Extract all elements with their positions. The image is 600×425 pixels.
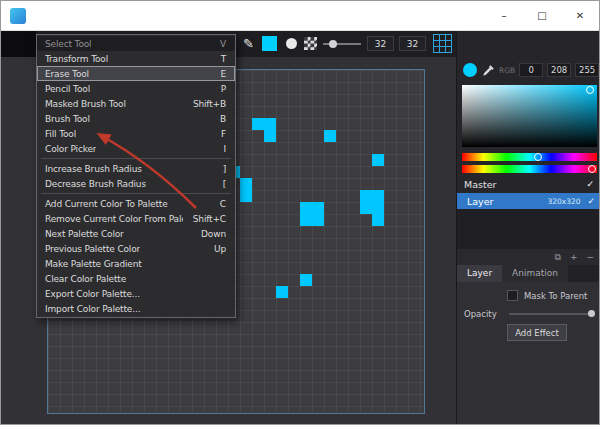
hue-marker[interactable] [534,153,542,161]
minimize-button[interactable]: – [485,1,523,30]
menu-item-pencil-tool[interactable]: Pencil ToolP [37,81,235,96]
menu-item-erase-tool[interactable]: Erase ToolE [37,66,235,81]
pixel-block [252,118,276,130]
window-controls: – □ ✕ [485,1,599,30]
menu-item-fill-tool[interactable]: Fill ToolF [37,126,235,141]
layer-row[interactable]: Layer320x320✓ [457,193,600,209]
brush-width-input[interactable] [367,36,394,51]
menu-item-export-color-palette[interactable]: Export Color Palette... [37,286,235,301]
menu-item-next-palette-color[interactable]: Next Palette ColorDown [37,226,235,241]
brush-tool-icon[interactable]: ✎ [243,35,254,52]
menu-item-shortcut: Shift+B [193,99,226,109]
menu-item-remove-current-color-from-palette[interactable]: Remove Current Color From PaletteShift+C [37,211,235,226]
menu-item-previous-palette-color[interactable]: Previous Palette ColorUp [37,241,235,256]
pixel-block [360,190,384,214]
menu-item-shortcut: F [221,129,226,139]
menu-item-shortcut: T [221,54,226,64]
tool-menu: Select ToolVTransform ToolTErase ToolEPe… [36,34,236,318]
hue-slider[interactable] [462,153,597,161]
pixel-block [372,214,384,226]
brush-size-slider[interactable] [323,43,361,45]
menu-item-color-picker[interactable]: Color PickerI [37,141,235,156]
menu-separator [41,193,231,194]
saturation-value-picker[interactable] [462,85,597,147]
layer-actions: ⧉ + − [457,249,600,265]
menu-item-make-palette-gradient[interactable]: Make Palette Gradient [37,256,235,271]
menu-item-label: Brush Tool [45,114,90,124]
menu-item-shortcut: [ [223,179,226,189]
master-layer-row[interactable]: Master ✓ [464,177,594,191]
opacity-slider-handle[interactable] [588,310,595,317]
menu-item-label: Select Tool [45,39,91,49]
menu-item-label: Next Palette Color [45,229,124,239]
menu-item-transform-tool[interactable]: Transform ToolT [37,51,235,66]
pixel-block [324,130,336,142]
panel-tabs: LayerAnimation [457,265,600,282]
saturation-value-marker[interactable] [586,86,594,94]
brush-shape-circle-icon[interactable] [286,38,297,49]
menu-item-label: Color Picker [45,144,96,154]
eyedropper-icon[interactable] [481,63,495,77]
menu-item-select-tool[interactable]: Select ToolV [37,36,235,51]
menu-item-label: Increase Brush Radius [45,164,142,174]
menu-item-label: Import Color Palette... [45,304,140,314]
menu-item-import-color-palette[interactable]: Import Color Palette... [37,301,235,316]
tab-layer[interactable]: Layer [457,265,502,282]
color-row: RGB [463,62,597,78]
pixel-block [372,154,384,166]
properties-panel: Mask To Parent Opacity Add Effect [457,282,600,425]
menu-item-clear-color-palette[interactable]: Clear Color Palette [37,271,235,286]
mask-to-parent-label: Mask To Parent [524,291,587,301]
menu-item-add-current-color-to-palette[interactable]: Add Current Color To PaletteC [37,196,235,211]
duplicate-layer-icon[interactable]: ⧉ [554,249,560,265]
menu-item-decrease-brush-radius[interactable]: Decrease Brush Radius[ [37,176,235,191]
menu-item-increase-brush-radius[interactable]: Increase Brush Radius] [37,161,235,176]
master-visibility-check-icon[interactable]: ✓ [586,179,594,189]
current-color-circle[interactable] [463,63,477,77]
menu-item-label: Masked Brush Tool [45,99,126,109]
titlebar: – □ ✕ [1,1,599,31]
menu-item-label: Remove Current Color From Palette [45,214,183,224]
menu-item-label: Export Color Palette... [45,289,140,299]
add-effect-button[interactable]: Add Effect [507,324,567,341]
menu-item-label: Previous Palette Color [45,244,140,254]
layer-visibility-check-icon[interactable]: ✓ [587,196,595,206]
dither-pattern-icon[interactable] [304,37,317,50]
grid-toggle-button[interactable] [433,34,452,53]
layer-list: Layer320x320✓ [457,193,600,249]
pixel-block [264,130,276,142]
pixel-block [300,202,324,226]
app-window: – □ ✕ ✎ Select ToolVTransform ToolTErase… [0,0,600,425]
palette-gradient-marker[interactable] [588,165,596,173]
brush-size-slider-handle[interactable] [329,40,337,48]
blue-value-input[interactable] [575,63,599,77]
menu-item-label: Make Palette Gradient [45,259,142,269]
menu-item-label: Decrease Brush Radius [45,179,146,189]
menu-item-label: Fill Tool [45,129,76,139]
palette-gradient-bar[interactable] [462,165,597,173]
add-layer-icon[interactable]: + [570,249,578,265]
menu-item-label: Clear Color Palette [45,274,126,284]
menu-item-label: Add Current Color To Palette [45,199,168,209]
menu-item-label: Erase Tool [45,69,89,79]
menu-item-shortcut: P [221,84,226,94]
rgb-label: RGB [499,66,515,75]
pixel-block [240,178,252,202]
menu-button[interactable] [1,31,36,57]
menu-item-masked-brush-tool[interactable]: Masked Brush ToolShift+B [37,96,235,111]
remove-layer-icon[interactable]: − [586,249,594,265]
current-color-swatch[interactable] [262,36,277,51]
menu-item-shortcut: C [220,199,226,209]
layer-size: 320x320 [547,197,580,206]
brush-height-input[interactable] [399,36,426,51]
tab-animation[interactable]: Animation [502,265,568,282]
maximize-button[interactable]: □ [523,1,561,30]
red-value-input[interactable] [519,63,543,77]
menu-item-shortcut: B [220,114,226,124]
green-value-input[interactable] [547,63,571,77]
mask-to-parent-checkbox[interactable] [507,290,518,301]
opacity-slider[interactable] [509,313,595,315]
menu-item-brush-tool[interactable]: Brush ToolB [37,111,235,126]
close-button[interactable]: ✕ [561,1,599,30]
menu-item-shortcut: Up [214,244,226,254]
